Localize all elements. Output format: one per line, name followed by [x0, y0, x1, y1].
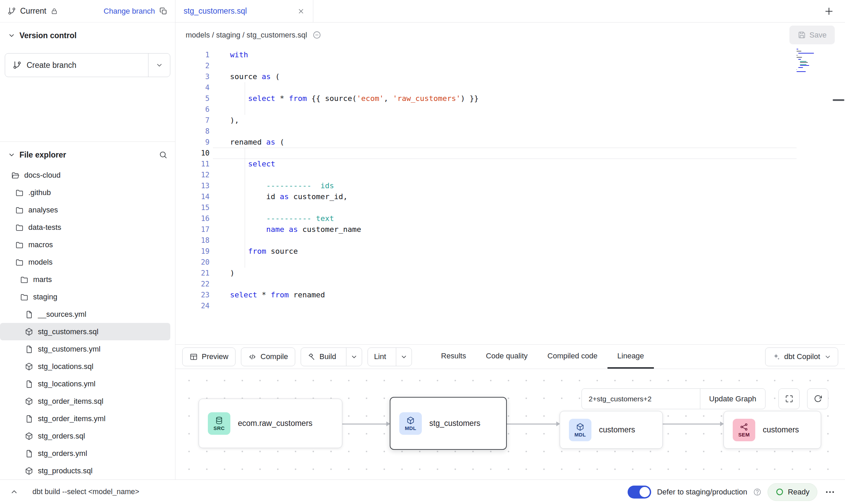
line-number: 24 — [175, 300, 210, 311]
save-label: Save — [810, 31, 827, 40]
chevron-up-icon[interactable] — [10, 487, 19, 496]
file-item-label: stg_customers.sql — [38, 327, 98, 336]
git-branch-icon — [13, 61, 22, 70]
code-line-14: id as customer_id, — [230, 191, 845, 202]
code-line-1: with — [230, 49, 845, 60]
folder-icon — [15, 258, 24, 267]
code-pane[interactable]: withsource as ( select * from {{ source(… — [215, 47, 845, 344]
file-item-__sources.yml[interactable]: __sources.yml — [0, 306, 170, 323]
file-tree: docs-cloud.githubanalysesdata-testsmacro… — [0, 165, 175, 479]
file-item-.github[interactable]: .github — [0, 184, 170, 201]
file-icon — [25, 449, 33, 458]
create-branch-button[interactable]: Create branch — [5, 53, 170, 77]
defer-toggle[interactable] — [628, 486, 651, 499]
file-item-marts[interactable]: marts — [0, 271, 170, 288]
code-line-20 — [230, 257, 845, 268]
chevron-down-icon — [155, 61, 163, 69]
create-branch-main[interactable]: Create branch — [5, 54, 148, 77]
file-item-label: stg_locations.yml — [38, 380, 96, 388]
fullscreen-button[interactable] — [778, 388, 800, 409]
file-item-stg_customers.yml[interactable]: stg_customers.yml — [0, 340, 170, 358]
tab-results[interactable]: Results — [431, 345, 476, 369]
more-menu-icon[interactable] — [825, 487, 835, 498]
file-item-stg_order_items.sql[interactable]: stg_order_items.sql — [0, 392, 170, 410]
lineage-node-customers[interactable]: MDLcustomers — [560, 411, 663, 449]
node-label: ecom.raw_customers — [238, 419, 313, 428]
lineage-node-stg_customers[interactable]: MDLstg_customers — [390, 397, 507, 450]
dbt-copilot-button[interactable]: dbt Copilot — [765, 347, 838, 366]
lineage-node-ecom.raw_customers[interactable]: SRCecom.raw_customers — [199, 399, 342, 448]
tab-lineage[interactable]: Lineage — [607, 345, 654, 369]
lineage-panel[interactable]: Update Graph SRCecom.raw_customersMDLstg… — [175, 369, 845, 479]
file-item-stg_products.sql[interactable]: stg_products.sql — [0, 462, 170, 479]
status-bar-right: Defer to staging/production Ready — [628, 483, 835, 501]
file-item-docs-cloud[interactable]: docs-cloud — [0, 166, 170, 184]
copy-icon[interactable] — [159, 7, 168, 15]
file-explorer-header[interactable]: File explorer — [0, 145, 175, 165]
help-icon[interactable] — [753, 488, 762, 496]
file-item-label: data-tests — [28, 223, 61, 232]
file-item-stg_orders.yml[interactable]: stg_orders.yml — [0, 445, 170, 462]
file-item-data-tests[interactable]: data-tests — [0, 219, 170, 236]
file-item-label: models — [28, 258, 53, 267]
change-branch-link[interactable]: Change branch — [104, 7, 155, 16]
save-button[interactable]: Save — [789, 26, 835, 44]
table-icon — [189, 353, 198, 361]
lint-button[interactable]: Lint — [368, 347, 412, 366]
git-branch-icon — [8, 7, 16, 15]
compile-button[interactable]: Compile — [241, 347, 295, 366]
tab-code-quality[interactable]: Code quality — [476, 345, 538, 369]
build-button[interactable]: Build — [301, 347, 362, 366]
sparkle-icon — [772, 352, 780, 361]
file-item-models[interactable]: models — [0, 253, 170, 271]
preview-button[interactable]: Preview — [182, 347, 235, 366]
cube-icon — [25, 397, 33, 406]
lineage-node-customers[interactable]: SEMcustomers — [724, 411, 821, 449]
lint-main[interactable]: Lint — [368, 348, 392, 366]
file-item-label: stg_orders.sql — [38, 432, 85, 441]
code-editor[interactable]: 123456789101112131415161718192021222324 … — [175, 47, 845, 344]
new-tab-icon[interactable] — [824, 6, 834, 16]
update-graph-button[interactable]: Update Graph — [700, 388, 765, 409]
folder-icon — [15, 240, 24, 249]
line-number: 7 — [175, 115, 210, 126]
tab-compiled-code[interactable]: Compiled code — [538, 345, 607, 369]
code-line-22 — [230, 279, 845, 290]
create-branch-caret[interactable] — [148, 54, 170, 77]
ready-status[interactable]: Ready — [768, 483, 817, 501]
file-item-stg_customers.sql[interactable]: stg_customers.sql — [0, 323, 170, 340]
file-item-label: stg_orders.yml — [38, 449, 87, 458]
code-line-4 — [230, 82, 845, 93]
chevron-down-icon — [350, 353, 358, 361]
indent-guide — [245, 82, 245, 115]
file-status-icon — [312, 30, 321, 40]
line-number: 16 — [175, 213, 210, 224]
line-number: 4 — [175, 82, 210, 93]
refresh-button[interactable] — [807, 388, 828, 409]
file-item-stg_locations.sql[interactable]: stg_locations.sql — [0, 358, 170, 375]
node-label: stg_customers — [429, 419, 481, 428]
file-item-stg_order_items.yml[interactable]: stg_order_items.yml — [0, 410, 170, 427]
scrollbar-thumb[interactable] — [833, 99, 844, 101]
build-main[interactable]: Build — [301, 348, 342, 366]
hammer-icon — [307, 353, 316, 361]
build-caret[interactable] — [346, 348, 362, 366]
search-icon[interactable] — [159, 150, 168, 159]
line-number: 15 — [175, 202, 210, 213]
lint-caret[interactable] — [396, 348, 412, 366]
lineage-selector-input[interactable] — [582, 388, 700, 409]
file-item-stg_locations.yml[interactable]: stg_locations.yml — [0, 375, 170, 392]
tab-stg-customers-sql[interactable]: stg_customers.sql — [175, 0, 313, 22]
code-line-23: select * from renamed — [230, 290, 845, 300]
line-number: 9 — [175, 137, 210, 148]
close-icon[interactable] — [297, 8, 305, 15]
minimap[interactable] — [797, 49, 816, 73]
file-item-stg_orders.sql[interactable]: stg_orders.sql — [0, 427, 170, 445]
code-line-16: ---------- text — [230, 213, 845, 224]
code-line-17: name as customer_name — [230, 224, 845, 235]
file-item-macros[interactable]: macros — [0, 236, 170, 253]
version-control-header[interactable]: Version control — [0, 25, 175, 46]
file-item-staging[interactable]: staging — [0, 288, 170, 306]
file-item-label: stg_order_items.sql — [38, 397, 103, 406]
file-item-analyses[interactable]: analyses — [0, 201, 170, 219]
